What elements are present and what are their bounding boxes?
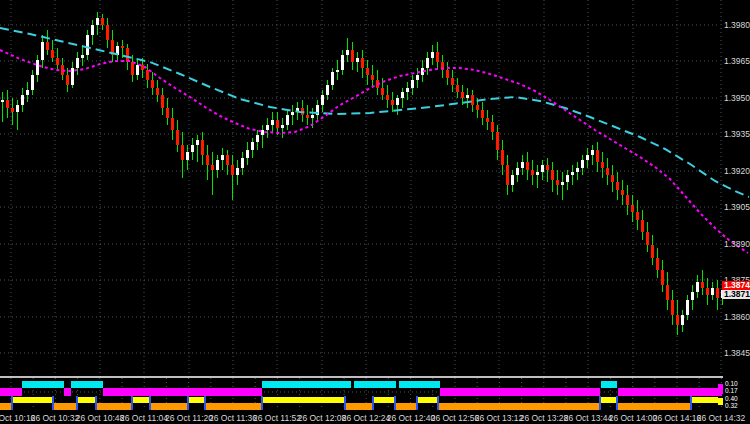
bear-candle-body (11, 108, 14, 112)
time-axis-label: 26 Oct 10:48 (76, 413, 125, 423)
bull-candle-body (76, 58, 79, 68)
signal-band-down-orange (617, 403, 691, 410)
bull-candle-body (21, 95, 24, 105)
bear-candle-body (46, 42, 49, 50)
signal-band-up-yellow (77, 397, 96, 403)
bull-candle-body (711, 288, 714, 295)
bear-candle-body (156, 88, 159, 95)
bull-candle-body (581, 160, 584, 168)
bull-candle-body (696, 282, 699, 292)
bear-candle-body (616, 182, 619, 190)
bull-candle-body (266, 125, 269, 130)
chart-window: 1.39801.39651.39501.39351.39201.39051.38… (0, 0, 750, 424)
bull-candle-body (426, 58, 429, 68)
trend-band-up-cyan (262, 381, 351, 388)
bull-candle-body (196, 140, 199, 145)
price-tag-value: 1.3871 (724, 289, 750, 299)
bear-candle-body (101, 18, 104, 25)
bear-candle-body (661, 270, 664, 285)
bear-candle-body (506, 165, 509, 185)
bear-candle-body (526, 162, 529, 170)
bear-candle-body (371, 75, 374, 80)
bull-candle-body (516, 168, 519, 175)
bear-candle-body (491, 122, 494, 132)
bull-candle-body (291, 112, 294, 115)
time-axis-label: 26 Oct 14:32 (697, 413, 746, 423)
bull-candle-body (96, 18, 99, 25)
bear-candle-body (551, 170, 554, 180)
bear-candle-body (146, 70, 149, 80)
bull-candle-body (81, 55, 84, 58)
bull-candle-body (311, 115, 314, 118)
time-axis-label: 26 Oct 12:56 (431, 413, 480, 423)
signal-band-up-yellow (132, 397, 150, 403)
time-axis-label: 26 Oct 11:52 (253, 413, 301, 423)
bear-candle-body (671, 300, 674, 315)
bear-candle-body (451, 78, 454, 85)
indicator-scale-label: 0.32 (725, 402, 738, 409)
bear-candle-body (166, 108, 169, 118)
bear-candle-body (706, 288, 709, 295)
bear-candle-body (646, 232, 649, 245)
bear-candle-body (181, 145, 184, 160)
signal-band-down-orange (150, 403, 188, 410)
bear-candle-body (361, 58, 364, 68)
bull-candle-body (511, 175, 514, 185)
bull-candle-body (566, 175, 569, 182)
bear-candle-body (501, 150, 504, 165)
price-axis-label: 1.3920 (724, 166, 750, 176)
bull-candle-body (326, 85, 329, 95)
price-chart-canvas[interactable]: 1.39801.39651.39501.39351.39201.39051.38… (0, 0, 750, 424)
bear-candle-body (596, 150, 599, 162)
time-axis-label: 26 Oct 11:20 (165, 413, 213, 423)
bear-candle-body (121, 46, 124, 48)
signal-band-up-yellow (601, 397, 617, 403)
signal-band-down-orange (438, 403, 601, 410)
bull-candle-body (281, 125, 284, 128)
bear-candle-body (701, 282, 704, 288)
bull-candle-body (586, 155, 589, 160)
trend-band-up-cyan (601, 381, 617, 388)
bull-candle-body (241, 158, 244, 168)
price-axis-label: 1.3950 (724, 93, 750, 103)
bear-candle-body (621, 190, 624, 195)
indicator-scale-label: 0.17 (725, 387, 738, 394)
bull-candle-body (686, 300, 689, 315)
bear-candle-body (381, 88, 384, 95)
bear-candle-body (476, 105, 479, 110)
bull-candle-body (416, 75, 419, 80)
signal-band-down-orange (96, 403, 132, 410)
time-axis-label: 26 Oct 13:12 (475, 413, 524, 423)
bear-candle-body (676, 315, 679, 325)
indicator-scale-label: 0.10 (725, 380, 738, 387)
bull-candle-body (41, 42, 44, 60)
bear-candle-body (436, 52, 439, 62)
signal-band-up-yellow (691, 397, 718, 403)
bear-candle-body (631, 205, 634, 212)
bull-candle-body (186, 152, 189, 160)
time-axis-label: 26 Oct 13:44 (564, 413, 613, 423)
bull-candle-body (681, 315, 684, 325)
trend-band-up-cyan (354, 381, 396, 388)
bear-candle-body (151, 80, 154, 88)
bull-candle-body (136, 65, 139, 75)
bear-candle-body (601, 162, 604, 168)
bear-candle-body (626, 195, 629, 205)
bull-candle-body (336, 70, 339, 72)
bear-candle-body (456, 85, 459, 92)
time-axis-label: 26 Oct 12:24 (342, 413, 391, 423)
bull-candle-body (36, 60, 39, 75)
bear-candle-body (126, 48, 129, 62)
bull-candle-body (331, 72, 334, 85)
bear-candle-body (486, 118, 489, 122)
trend-band-down-magenta (440, 388, 600, 396)
bear-candle-body (351, 50, 354, 62)
bull-candle-body (71, 68, 74, 85)
bear-candle-body (161, 95, 164, 108)
bear-candle-body (496, 132, 499, 150)
signal-band-down-orange (205, 403, 262, 410)
bull-candle-body (466, 95, 469, 98)
bull-candle-body (431, 52, 434, 58)
signal-band-up-yellow (12, 397, 53, 403)
bear-candle-body (56, 58, 59, 65)
